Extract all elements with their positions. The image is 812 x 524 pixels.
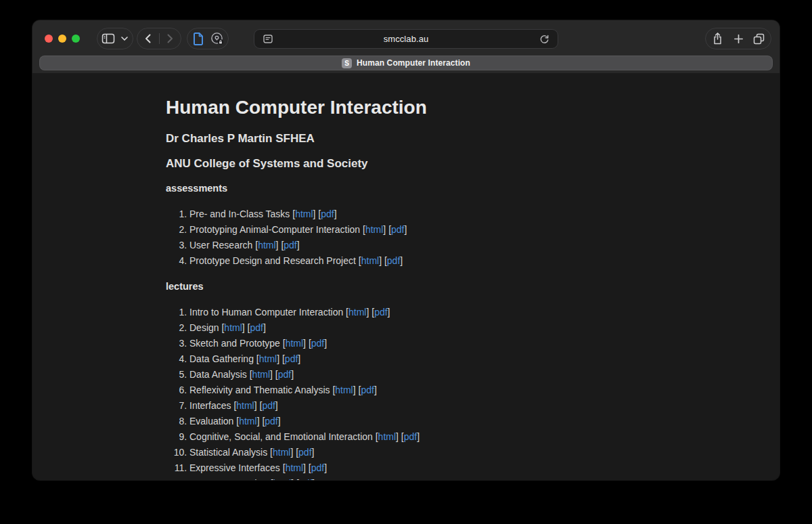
pdf-link[interactable]: pdf [374,307,387,318]
item-text: Cognitive, Social, and Emotional Interac… [189,431,376,442]
sidebar-group [97,28,133,49]
new-tab-button[interactable] [729,30,747,47]
html-link[interactable]: html [286,462,303,473]
password-extension-button[interactable] [208,30,226,47]
browser-window: smcclab.au [32,20,780,480]
pdf-link[interactable]: pdf [265,416,277,427]
zoom-window-button[interactable] [72,35,80,43]
html-link[interactable]: html [365,224,383,235]
forward-icon [167,34,173,43]
pdf-link[interactable]: pdf [311,338,324,349]
back-icon [145,34,151,43]
tab-favicon: S [342,58,352,68]
extensions-group [187,28,229,49]
html-link[interactable]: html [259,353,277,364]
close-window-button[interactable] [45,35,53,43]
html-link[interactable]: html [273,447,290,458]
pdf-link[interactable]: pdf [250,322,263,333]
minimize-window-button[interactable] [58,35,66,43]
new-tab-plus-icon [734,35,743,43]
list-item: Cognitive, Social, and Emotional Interac… [189,429,646,445]
html-link[interactable]: html [252,369,270,380]
html-link[interactable]: html [286,338,303,349]
window-controls [45,35,80,43]
reload-icon [539,34,549,44]
page-author: Dr Charles P Martin SFHEA [166,131,646,146]
html-link[interactable]: html [224,322,242,333]
url-text: smcclab.au [275,34,537,44]
list-item: Design [html] [pdf] [189,320,646,336]
share-button[interactable] [709,30,727,47]
sidebar-icon [102,33,115,44]
list-item: Interfaces [html] [pdf] [189,398,646,414]
pdf-link[interactable]: pdf [299,478,312,480]
pdf-link[interactable]: pdf [387,255,400,266]
password-extension-icon [210,32,224,45]
tab-active[interactable]: S Human Computer Interaction [342,58,470,68]
pdf-link[interactable]: pdf [321,209,334,219]
html-link[interactable]: html [361,255,379,266]
html-link[interactable]: html [239,416,256,427]
nav-divider [159,33,160,44]
list-item: Prototyping Animal-Computer Interaction … [189,222,646,238]
sidebar-toggle-button[interactable] [99,30,117,47]
downloads-document-button[interactable] [189,30,207,47]
pdf-link[interactable]: pdf [404,431,417,442]
pdf-link[interactable]: pdf [298,447,311,458]
forward-button[interactable] [161,30,179,47]
html-link[interactable]: html [273,478,291,480]
pdf-link[interactable]: pdf [311,462,324,473]
sidebar-options-button[interactable] [118,30,131,47]
page-format-icon [263,34,273,44]
pdf-link[interactable]: pdf [391,224,404,235]
html-link[interactable]: html [378,431,396,442]
pdf-link[interactable]: pdf [262,400,275,411]
html-link[interactable]: html [348,307,366,318]
item-text: Intro to Human Computer Interaction [189,307,346,318]
item-text: Human-Centred AI [189,478,271,480]
list-item: Data Gathering [html] [pdf] [189,351,646,367]
list-item: Sketch and Prototype [html] [pdf] [189,336,646,351]
pdf-link[interactable]: pdf [285,353,298,364]
html-link[interactable]: html [335,385,353,395]
reload-button[interactable] [537,30,551,48]
history-nav-group [137,28,181,49]
item-text: Interfaces [189,400,233,411]
item-text: Prototyping Animal-Computer Interaction [189,224,363,235]
back-button[interactable] [139,30,157,47]
html-link[interactable]: html [236,400,254,411]
chevron-down-icon [121,37,128,41]
document-icon [193,32,204,45]
pdf-link[interactable]: pdf [361,385,374,395]
item-text: Data Analysis [189,369,250,380]
section-lectures: lecturesIntro to Human Computer Interact… [166,281,646,480]
list-item: Statistical Analysis [html] [pdf] [189,445,646,460]
desktop: smcclab.au [0,0,812,524]
page-title: Human Computer Interaction [166,96,646,119]
html-link[interactable]: html [295,209,313,219]
page-body: Human Computer Interaction Dr Charles P … [166,73,646,480]
pdf-link[interactable]: pdf [284,240,296,250]
page-format-button[interactable] [261,30,275,48]
item-text: Evaluation [189,416,236,427]
list-item: Reflexivity and Thematic Analysis [html]… [189,383,646,398]
list-item: Expressive Interfaces [html] [pdf] [189,460,646,476]
item-text: Data Gathering [189,353,256,364]
tab-overview-button[interactable] [750,30,768,47]
page-affiliation: ANU College of Systems and Society [166,156,646,171]
list-item: Prototype Design and Research Project [h… [189,253,646,269]
item-text: Reflexivity and Thematic Analysis [189,385,332,395]
item-text: Design [189,322,221,333]
html-link[interactable]: html [258,240,275,250]
list-item: Data Analysis [html] [pdf] [189,367,646,383]
tab-overview-icon [753,33,765,45]
section-heading: assessments [166,183,646,194]
item-text: Pre- and In-Class Tasks [189,209,292,219]
tab-bar: S Human Computer Interaction [39,56,773,70]
page-content: Human Computer Interaction Dr Charles P … [32,73,780,480]
item-text: Statistical Analysis [189,447,270,458]
pdf-link[interactable]: pdf [278,369,291,380]
item-text: Sketch and Prototype [189,338,283,349]
list-item: Evaluation [html] [pdf] [189,414,646,429]
address-bar[interactable]: smcclab.au [254,29,558,49]
